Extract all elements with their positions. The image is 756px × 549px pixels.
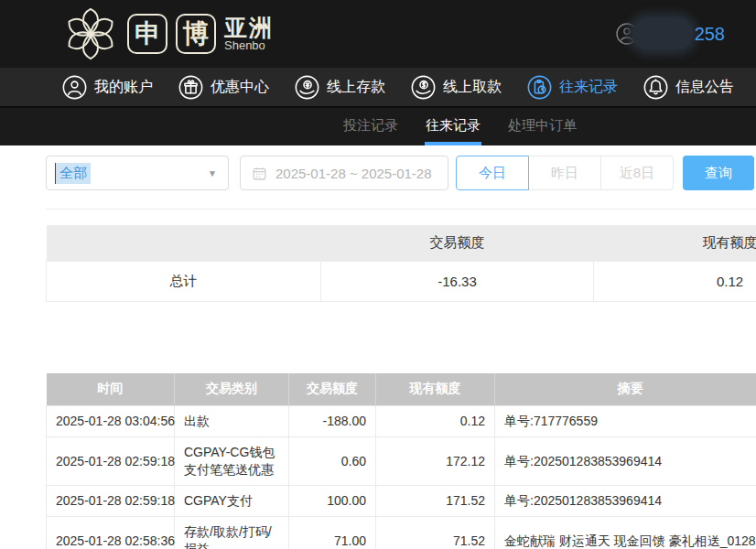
cell-summary: 单号:717776559 bbox=[495, 406, 756, 437]
date-range-value: 2025-01-28 ~ 2025-01-28 bbox=[275, 166, 432, 181]
cell-type: CGPAY-CG钱包支付笔笔送优惠 bbox=[175, 437, 289, 486]
summary-total-row: 总计 -16.33 0.12 bbox=[47, 261, 756, 301]
summary-total-balance: 0.12 bbox=[594, 261, 756, 301]
tab-transaction-records[interactable]: 往来记录 bbox=[426, 108, 481, 145]
nav-item-promotions[interactable]: 优惠中心 bbox=[178, 75, 269, 100]
cell-balance: 171.52 bbox=[376, 486, 495, 517]
cell-time: 2025-01-28 02:58:36 bbox=[47, 517, 175, 549]
brand-logo: 申 博 亚洲 Shenbo bbox=[62, 5, 274, 62]
cell-type: CGPAY支付 bbox=[175, 486, 289, 517]
main-navigation: 我的账户 优惠中心 线上存款 线上取款 往来记录 信息公告 bbox=[0, 68, 756, 108]
summary-total-amount: -16.33 bbox=[321, 261, 594, 301]
cell-balance: 172.12 bbox=[376, 437, 495, 486]
last-8-days-button[interactable]: 近8日 bbox=[600, 156, 674, 190]
cell-time: 2025-01-28 03:04:56 bbox=[47, 406, 175, 437]
nav-item-deposit[interactable]: 线上存款 bbox=[295, 75, 385, 100]
records-header-row: 时间 交易类别 交易额度 现有额度 摘要 bbox=[47, 373, 756, 406]
nav-label: 信息公告 bbox=[675, 78, 734, 97]
summary-total-label: 总计 bbox=[47, 261, 321, 301]
records-table: 时间 交易类别 交易额度 现有额度 摘要 2025-01-28 03:04:56… bbox=[46, 373, 756, 549]
bell-icon bbox=[643, 75, 668, 100]
summary-header-row: 交易额度 现有额度 bbox=[47, 225, 756, 261]
type-select[interactable]: 全部 ▼ bbox=[46, 156, 229, 190]
username-suffix: 258 bbox=[695, 24, 725, 45]
nav-item-my-account[interactable]: 我的账户 bbox=[62, 75, 153, 100]
col-header-balance: 现有额度 bbox=[376, 373, 495, 406]
cell-time: 2025-01-28 02:59:18 bbox=[47, 437, 175, 486]
tab-processing-orders[interactable]: 处理中订单 bbox=[508, 108, 577, 145]
summary-header-amount: 交易额度 bbox=[321, 225, 594, 261]
cell-summary: 单号:202501283853969414 bbox=[495, 437, 756, 486]
withdraw-icon bbox=[411, 75, 436, 100]
brand-subtitle: Shenbo bbox=[224, 39, 274, 52]
redacted-username bbox=[632, 18, 693, 49]
brand-char-2: 博 bbox=[176, 14, 216, 54]
section-divider bbox=[46, 209, 756, 210]
cell-summary: 金蛇献瑞 财运通天 现金回馈 豪礼相送_0128 bbox=[495, 517, 756, 549]
chevron-down-icon: ▼ bbox=[208, 168, 217, 178]
nav-item-transaction-records[interactable]: 往来记录 bbox=[527, 75, 618, 100]
summary-header-balance: 现有额度 bbox=[594, 225, 756, 261]
lotus-flower-icon bbox=[62, 5, 119, 62]
gift-icon bbox=[178, 75, 203, 100]
nav-item-announcements[interactable]: 信息公告 bbox=[643, 75, 734, 100]
today-button[interactable]: 今日 bbox=[456, 156, 529, 190]
type-select-value: 全部 bbox=[55, 163, 91, 184]
brand-region: 亚洲 bbox=[224, 16, 274, 39]
col-header-amount: 交易额度 bbox=[289, 373, 376, 406]
cell-type: 存款/取款/打码/损益 bbox=[175, 517, 289, 549]
nav-label: 线上取款 bbox=[443, 78, 502, 97]
top-brand-bar: 申 博 亚洲 Shenbo 258 bbox=[0, 0, 756, 68]
nav-label: 往来记录 bbox=[559, 78, 618, 97]
cell-balance: 0.12 bbox=[376, 406, 495, 437]
tab-bet-records[interactable]: 投注记录 bbox=[343, 108, 398, 145]
date-range-input[interactable]: 2025-01-28 ~ 2025-01-28 bbox=[240, 156, 448, 190]
table-row: 2025-01-28 02:59:18 CGPAY-CG钱包支付笔笔送优惠 0.… bbox=[47, 437, 756, 486]
nav-item-withdraw[interactable]: 线上取款 bbox=[411, 75, 502, 100]
nav-label: 线上存款 bbox=[327, 78, 385, 97]
yesterday-button[interactable]: 昨日 bbox=[528, 156, 601, 190]
query-button[interactable]: 查询 bbox=[683, 156, 754, 190]
col-header-type: 交易类别 bbox=[175, 373, 289, 406]
table-row: 2025-01-28 02:59:18 CGPAY支付 100.00 171.5… bbox=[47, 486, 756, 517]
cell-amount: 100.00 bbox=[289, 486, 376, 517]
summary-table: 交易额度 现有额度 总计 -16.33 0.12 bbox=[46, 225, 756, 302]
main-content: 全部 ▼ 2025-01-28 ~ 2025-01-28 今日 昨日 近8日 查… bbox=[0, 156, 756, 549]
nav-label: 优惠中心 bbox=[211, 78, 269, 97]
cell-amount: 0.60 bbox=[289, 437, 376, 486]
quick-date-buttons: 今日 昨日 近8日 bbox=[456, 156, 674, 190]
cell-summary: 单号:202501283853969414 bbox=[495, 486, 756, 517]
table-row: 2025-01-28 02:58:36 存款/取款/打码/损益 71.00 71… bbox=[47, 517, 756, 549]
table-row: 2025-01-28 03:04:56 出款 -188.00 0.12 单号:7… bbox=[47, 406, 756, 437]
user-account[interactable]: 258 bbox=[616, 18, 725, 49]
filter-row: 全部 ▼ 2025-01-28 ~ 2025-01-28 今日 昨日 近8日 查… bbox=[46, 156, 756, 190]
brand-char-1: 申 bbox=[127, 14, 167, 54]
records-icon bbox=[527, 75, 552, 100]
cell-amount: 71.00 bbox=[289, 517, 376, 549]
cell-time: 2025-01-28 02:59:18 bbox=[47, 486, 175, 517]
deposit-icon bbox=[295, 75, 319, 100]
record-tabs: 投注记录 往来记录 处理中订单 bbox=[0, 108, 756, 145]
nav-label: 我的账户 bbox=[94, 78, 153, 97]
cell-amount: -188.00 bbox=[289, 406, 376, 437]
col-header-summary: 摘要 bbox=[495, 373, 756, 406]
cell-balance: 71.52 bbox=[376, 517, 495, 549]
user-icon bbox=[62, 75, 87, 100]
cell-type: 出款 bbox=[175, 406, 289, 437]
calendar-icon bbox=[252, 166, 267, 181]
col-header-time: 时间 bbox=[47, 373, 175, 406]
summary-header-empty bbox=[47, 225, 321, 261]
